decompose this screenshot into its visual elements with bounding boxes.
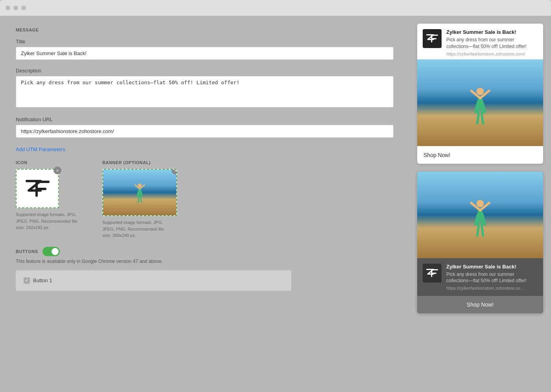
url-input[interactable] xyxy=(16,125,394,138)
notif-light-beach-scene xyxy=(417,59,543,146)
svg-point-1 xyxy=(138,183,142,187)
notif-light-shop-now: Shop Now! xyxy=(417,146,543,164)
svg-point-3 xyxy=(477,200,484,207)
banner-upload-box[interactable]: × xyxy=(102,169,177,216)
traffic-light-green xyxy=(21,6,26,10)
notification-preview-dark: Zylker Summer Sale is Back! Pick any dre… xyxy=(417,172,543,314)
svg-point-2 xyxy=(477,87,484,95)
notif-dark-content: Zylker Summer Sale is Back! Pick any dre… xyxy=(417,258,543,296)
banner-label: BANNER (optional) xyxy=(102,160,177,165)
upload-row: ICON × Supported image formats: JPG, JPE… xyxy=(16,160,394,239)
toggle-track xyxy=(43,247,60,256)
message-section-label: MESSAGE xyxy=(16,28,394,32)
button1-checkbox[interactable]: ✓ xyxy=(24,277,30,284)
toggle-thumb xyxy=(52,248,59,255)
button1-card: ✓ Button 1 xyxy=(16,270,291,291)
utm-link[interactable]: Add UTM Parameters xyxy=(16,146,65,152)
app-body: MESSAGE Title Description Pick any dress… xyxy=(0,16,551,392)
button1-row: ✓ Button 1 xyxy=(24,277,283,284)
notif-light-title: Zylker Summer Sale is Back! xyxy=(446,29,538,35)
person-figure-icon xyxy=(134,183,145,203)
banner-upload-group: BANNER (optional) × xyxy=(102,160,177,239)
banner-image xyxy=(103,170,176,215)
notif-light-banner xyxy=(417,59,543,146)
notif-light-url: https://zylkerfashionstore.zohostore.com… xyxy=(446,52,538,56)
traffic-light-red xyxy=(6,6,10,10)
icon-upload-box[interactable]: × xyxy=(16,169,59,208)
right-panel: Zylker Summer Sale is Back! Pick any dre… xyxy=(409,16,551,392)
icon-upload-group: ICON × Supported image formats: JPG, JPE… xyxy=(16,160,79,239)
buttons-toggle[interactable] xyxy=(43,247,60,256)
notif-dark-person-icon xyxy=(470,199,491,237)
notif-light-text: Zylker Summer Sale is Back! Pick any dre… xyxy=(446,29,538,56)
notif-dark-desc: Pick any dress from our summer collectio… xyxy=(446,271,538,285)
icon-close-button[interactable]: × xyxy=(54,166,61,174)
icon-hint: Supported image formats: JPG, JPEG, PNG.… xyxy=(16,211,79,231)
traffic-light-yellow xyxy=(13,6,18,10)
check-icon: ✓ xyxy=(25,278,29,283)
left-panel: MESSAGE Title Description Pick any dress… xyxy=(0,16,409,392)
feature-note: This feature is available only in Google… xyxy=(16,259,394,264)
shop-now-dark-button[interactable]: Shop Now! xyxy=(417,296,543,313)
notif-zf-logo-icon xyxy=(426,33,438,44)
notif-light-desc: Pick any dress from our summer collectio… xyxy=(446,37,538,50)
title-field-group: Title xyxy=(16,39,394,60)
notif-dark-text: Zylker Summer Sale is Back! Pick any dre… xyxy=(446,264,538,291)
title-label: Title xyxy=(16,39,394,44)
title-input[interactable] xyxy=(16,47,394,60)
buttons-header: BUTTONS xyxy=(16,247,394,256)
notification-preview-light: Zylker Summer Sale is Back! Pick any dre… xyxy=(417,24,543,164)
notif-dark-title: Zylker Summer Sale is Back! xyxy=(446,264,538,270)
notif-dark-logo xyxy=(423,264,442,283)
description-field-group: Description Pick any dress from our summ… xyxy=(16,68,394,109)
icon-label: ICON xyxy=(16,160,79,165)
url-label: Notification URL xyxy=(16,116,394,122)
buttons-label: BUTTONS xyxy=(16,249,38,254)
notif-dark-url: https://zylkerfashionstore.zohostore.co.… xyxy=(446,286,538,290)
notif-dark-zf-logo-icon xyxy=(426,268,438,279)
notif-dark-banner xyxy=(417,172,543,258)
button1-label: Button 1 xyxy=(33,277,52,283)
notif-dark-beach-scene xyxy=(417,172,543,258)
window-chrome xyxy=(0,0,551,16)
buttons-section: BUTTONS This feature is available only i… xyxy=(16,247,394,291)
description-input[interactable]: Pick any dress from our summer collectio… xyxy=(16,76,394,107)
description-label: Description xyxy=(16,68,394,74)
url-field-group: Notification URL xyxy=(16,116,394,138)
notif-light-header: Zylker Summer Sale is Back! Pick any dre… xyxy=(417,24,543,59)
banner-hint: Supported image formats: JPG, JPEG, PNG.… xyxy=(102,219,165,239)
notif-light-logo xyxy=(423,29,442,48)
notif-dark-footer: Shop Now! xyxy=(417,296,543,313)
notif-light-person-icon xyxy=(470,87,491,124)
zf-logo-icon xyxy=(25,178,50,200)
